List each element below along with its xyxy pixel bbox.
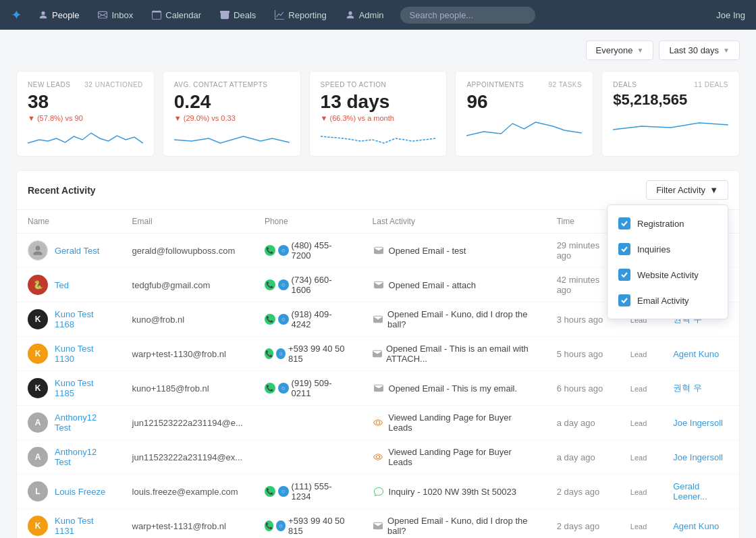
nav-item-admin[interactable]: Admin	[338, 6, 392, 24]
whatsapp-icon: 📞	[265, 520, 274, 531]
cell-name[interactable]: L Louis Freeze	[17, 475, 122, 509]
cell-name[interactable]: A Anthony12 Test	[17, 406, 122, 440]
call-icon: ○	[278, 486, 289, 497]
cell-name[interactable]: K Kuno Test 1185	[17, 371, 122, 406]
stage-badge: Lead	[630, 488, 647, 496]
activity-header: Recent Activity Filter Activity ▼ Regist…	[17, 171, 739, 210]
cell-last-activity: Opened Email - test	[362, 234, 546, 268]
cell-name[interactable]: 🐍 Ted	[17, 268, 122, 302]
cell-assigned: Joe Ingersoll	[662, 440, 739, 475]
avatar: A	[28, 412, 48, 433]
nav-item-deals[interactable]: Deals	[212, 6, 264, 24]
person-name[interactable]: Kuno Test 1131	[55, 516, 111, 536]
activity-type-icon	[373, 244, 385, 257]
person-name[interactable]: Gerald Test	[55, 246, 99, 256]
main-content: Everyone ▼ Last 30 days ▼ NEW LEADS 32 u…	[0, 30, 756, 538]
cell-last-activity: Opened Email - Kuno, did I drop the ball…	[362, 302, 546, 337]
stage-badge: Lead	[630, 454, 647, 462]
cell-assigned: Gerald Leener...	[662, 475, 739, 509]
everyone-dropdown[interactable]: Everyone ▼	[586, 41, 654, 60]
activity-text: Opened Email - Kuno, did I drop the ball…	[387, 309, 535, 329]
phone-cell: 📞 ○ (111) 555-1234	[265, 481, 351, 502]
cell-assigned: Agent Kuno	[662, 509, 739, 539]
person-name[interactable]: Louis Freeze	[55, 487, 105, 497]
person-name[interactable]: Ted	[55, 280, 69, 290]
phone-number: (919) 509-0211	[292, 378, 351, 398]
avatar: A	[28, 447, 48, 467]
nav-item-people[interactable]: People	[30, 6, 87, 24]
cell-phone	[254, 406, 362, 440]
cell-email: kuno+1185@frob.nl	[122, 371, 254, 406]
cell-name[interactable]: Gerald Test	[17, 234, 122, 268]
activity-text: Opened Email - This is an email with ATT…	[386, 344, 535, 364]
phone-cell: 📞 ○ (734) 660-1606	[265, 275, 351, 295]
nav-item-calendar[interactable]: Calendar	[144, 6, 209, 24]
nav-item-reporting[interactable]: Reporting	[267, 6, 334, 24]
activity-text: Opened Email - attach	[389, 280, 476, 290]
stat-card-speed-to-action: SPEED TO ACTION 13 days ▼ (66.3%) vs a m…	[309, 71, 448, 157]
col-email: Email	[122, 210, 254, 234]
cell-email: warp+test-1130@frob.nl	[122, 337, 254, 371]
cell-name[interactable]: K Kuno Test 1168	[17, 302, 122, 337]
table-row: K Kuno Test 1185 kuno+1185@frob.nl 📞 ○ (…	[17, 371, 739, 406]
person-name[interactable]: Kuno Test 1185	[55, 378, 111, 398]
table-row: K Kuno Test 1130 warp+test-1130@frob.nl …	[17, 337, 739, 371]
cell-last-activity: Opened Email - This is an email with ATT…	[362, 337, 546, 371]
person-name[interactable]: Anthony12 Test	[55, 447, 111, 467]
app-logo-icon: ✦	[11, 7, 22, 23]
avatar: 🐍	[28, 275, 48, 295]
phone-cell: 📞 ○ +593 99 40 50 815	[265, 344, 351, 364]
phone-cell: 📞 ○ (480) 455-7200	[265, 240, 351, 261]
checkbox-inquiries[interactable]	[618, 243, 630, 255]
cell-email: louis.freeze@example.com	[122, 475, 254, 509]
filter-activity-button[interactable]: Filter Activity ▼	[646, 180, 728, 200]
person-name[interactable]: Kuno Test 1168	[55, 309, 111, 329]
cell-last-activity: Viewed Landing Page for Buyer Leads	[362, 440, 546, 475]
checkbox-registration[interactable]	[618, 217, 630, 230]
phone-cell: 📞 ○ +593 99 40 50 815	[265, 516, 351, 536]
activity-text: Opened Email - test	[389, 246, 466, 256]
top-filter-bar: Everyone ▼ Last 30 days ▼	[16, 41, 740, 60]
cell-time: 5 hours ago	[546, 337, 620, 371]
col-phone: Phone	[254, 210, 362, 234]
filter-item-email-activity[interactable]: Email Activity	[608, 288, 728, 313]
cell-name[interactable]: A Anthony12 Test	[17, 440, 122, 475]
cell-name[interactable]: K Kuno Test 1131	[17, 509, 122, 539]
cell-name[interactable]: K Kuno Test 1130	[17, 337, 122, 371]
filter-item-registration[interactable]: Registration	[608, 211, 728, 236]
avatar: K	[28, 344, 48, 364]
search-input[interactable]	[400, 7, 535, 24]
person-name[interactable]: Kuno Test 1130	[55, 344, 111, 364]
phone-cell: 📞 ○ (918) 409-4242	[265, 309, 351, 329]
checkbox-email-activity[interactable]	[618, 294, 630, 306]
cell-email: jun121523222a231194@e...	[122, 406, 254, 440]
person-name[interactable]: Anthony12 Test	[55, 412, 111, 433]
cell-assigned: 권혁 우	[662, 371, 739, 406]
call-icon: ○	[278, 245, 289, 256]
daterange-dropdown[interactable]: Last 30 days ▼	[659, 41, 740, 60]
cell-email: tedgfub@gmail.com	[122, 268, 254, 302]
stage-badge: Lead	[630, 522, 647, 531]
cell-last-activity: Viewed Landing Page for Buyer Leads	[362, 406, 546, 440]
phone-cell: 📞 ○ (919) 509-0211	[265, 378, 351, 398]
sparkline-contact	[174, 126, 290, 146]
nav-item-inbox[interactable]: Inbox	[90, 6, 141, 24]
stage-badge: Lead	[630, 385, 647, 393]
filter-item-website-activity[interactable]: Website Activity	[608, 262, 728, 288]
table-row: A Anthony12 Test jun121523222a231194@e..…	[17, 406, 739, 440]
phone-number: (918) 409-4242	[292, 309, 351, 329]
sparkline-leads	[28, 126, 143, 146]
filter-item-inquiries[interactable]: Inquiries	[608, 236, 728, 262]
cell-email: gerald@followupboss.com	[122, 234, 254, 268]
whatsapp-icon: 📞	[265, 245, 275, 256]
cell-phone: 📞 ○ +593 99 40 50 815	[254, 337, 362, 371]
stage-badge: Lead	[630, 419, 647, 427]
cell-phone: 📞 ○ +593 99 40 50 815	[254, 509, 362, 539]
cell-stage: Lead	[620, 406, 662, 440]
whatsapp-icon: 📞	[265, 486, 275, 497]
activity-type-icon	[373, 451, 385, 463]
activity-type-icon	[373, 520, 384, 532]
checkbox-website-activity[interactable]	[618, 269, 630, 281]
phone-number: (111) 555-1234	[292, 481, 351, 502]
activity-type-icon	[373, 416, 385, 429]
